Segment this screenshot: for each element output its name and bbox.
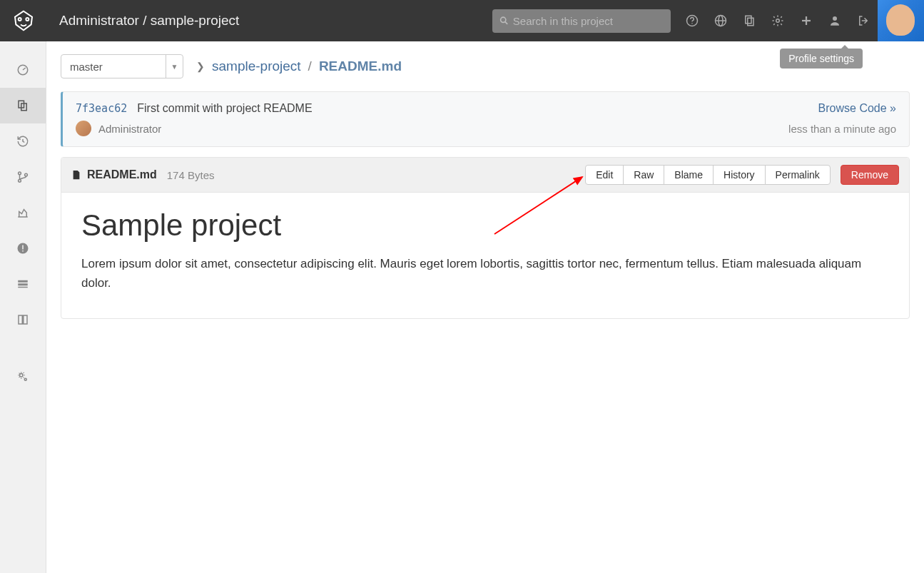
globe-icon[interactable]	[706, 0, 735, 41]
svg-point-9	[776, 19, 780, 23]
svg-rect-20	[22, 245, 24, 250]
user-avatar[interactable]	[878, 0, 924, 41]
readme-body: Lorem ipsum dolor sit amet, consectetur …	[81, 254, 889, 293]
svg-point-26	[24, 378, 26, 380]
svg-rect-23	[18, 283, 28, 285]
chevron-right-icon: ❯	[196, 61, 205, 72]
signout-icon[interactable]	[849, 0, 878, 41]
svg-rect-21	[22, 250, 24, 252]
sidebar-item-issues[interactable]	[0, 230, 46, 266]
search-input[interactable]	[513, 15, 664, 27]
file-actions: Edit Raw Blame History Permalink Remove	[585, 165, 899, 185]
svg-point-12	[833, 16, 837, 21]
breadcrumb: ❯ sample-project / README.md	[196, 59, 402, 74]
search-icon	[499, 16, 509, 26]
search-box[interactable]	[492, 9, 671, 33]
header-actions	[678, 0, 878, 41]
svg-point-16	[19, 172, 21, 175]
top-header: Administrator / sample-project	[0, 0, 924, 41]
profile-settings-tooltip: Profile settings	[780, 49, 863, 69]
breadcrumb-project-link[interactable]: sample-project	[212, 59, 301, 74]
file-name: README.md	[87, 168, 157, 181]
file-icon	[71, 169, 81, 181]
remove-button[interactable]: Remove	[841, 165, 899, 185]
permalink-button[interactable]: Permalink	[765, 165, 831, 185]
svg-point-17	[19, 179, 21, 182]
commit-hash[interactable]: 7f3eac62	[76, 102, 127, 115]
file-viewer: README.md 174 Bytes Edit Raw Blame Histo…	[61, 157, 910, 319]
branch-select-label: master	[61, 61, 166, 73]
readme-heading: Sample project	[81, 208, 889, 243]
history-button[interactable]: History	[713, 165, 766, 185]
sidebar-item-settings[interactable]	[0, 359, 46, 395]
breadcrumb-current-file: README.md	[319, 59, 402, 74]
raw-button[interactable]: Raw	[623, 165, 664, 185]
sidebar-item-dashboard[interactable]	[0, 52, 46, 88]
breadcrumb-separator: /	[308, 59, 312, 74]
browse-code-link[interactable]: Browse Code »	[818, 102, 896, 115]
file-content: Sample project Lorem ipsum dolor sit ame…	[61, 193, 909, 318]
settings-icon[interactable]	[763, 0, 792, 41]
sidebar-nav	[0, 41, 46, 573]
commit-author: Administrator	[98, 123, 161, 135]
sidebar-item-merge[interactable]	[0, 266, 46, 302]
sidebar-item-wiki[interactable]	[0, 302, 46, 338]
commit-author-avatar	[76, 121, 91, 136]
file-size: 174 Bytes	[167, 169, 215, 181]
sidebar-item-branches[interactable]	[0, 159, 46, 195]
copy-icon[interactable]	[735, 0, 763, 41]
user-icon[interactable]	[821, 0, 849, 41]
svg-point-3	[691, 23, 693, 24]
sidebar-item-files[interactable]	[0, 88, 46, 123]
svg-point-18	[25, 173, 28, 176]
svg-rect-24	[18, 287, 28, 288]
svg-line-1	[505, 22, 507, 24]
commit-time: less than a minute ago	[788, 123, 896, 135]
chevron-down-icon: ▼	[166, 55, 183, 78]
commit-panel: 7f3eac62 First commit with project READM…	[61, 91, 910, 147]
help-icon[interactable]	[678, 0, 706, 41]
branch-select[interactable]: master ▼	[61, 54, 183, 78]
svg-point-25	[20, 374, 24, 377]
project-title[interactable]: Administrator / sample-project	[59, 13, 239, 29]
svg-point-0	[501, 17, 506, 22]
sidebar-item-graphs[interactable]	[0, 195, 46, 230]
commit-message: First commit with project README	[137, 102, 312, 115]
plus-icon[interactable]	[792, 0, 821, 41]
edit-button[interactable]: Edit	[585, 165, 624, 185]
svg-rect-8	[748, 18, 753, 26]
app-logo[interactable]	[0, 0, 46, 41]
blame-button[interactable]: Blame	[664, 165, 714, 185]
main-content: master ▼ ❯ sample-project / README.md 7f…	[46, 41, 924, 573]
file-header: README.md 174 Bytes Edit Raw Blame Histo…	[61, 158, 909, 193]
svg-rect-22	[18, 280, 28, 283]
sidebar-item-history[interactable]	[0, 123, 46, 159]
svg-rect-7	[746, 16, 751, 24]
